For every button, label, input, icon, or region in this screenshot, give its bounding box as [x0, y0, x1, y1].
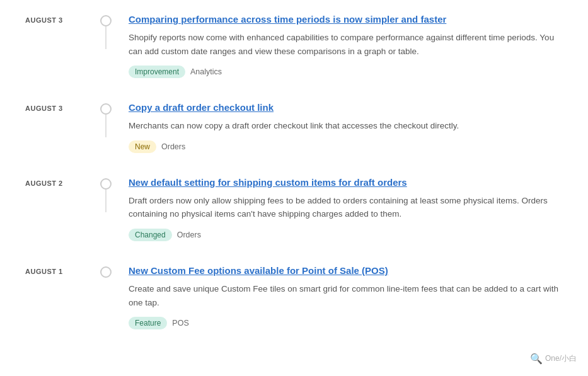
entry-description: Create and save unique Custom Fee tiles …: [129, 282, 563, 309]
entry-content: New default setting for shipping custom …: [117, 176, 563, 241]
timeline-circle: [100, 266, 112, 278]
entry-date: AUGUST 1: [25, 264, 95, 275]
timeline-col: [95, 13, 117, 26]
entry-title[interactable]: New default setting for shipping custom …: [129, 176, 563, 189]
entry-content: New Custom Fee options available for Poi…: [117, 264, 563, 329]
entry-title[interactable]: New Custom Fee options available for Poi…: [129, 264, 563, 277]
watermark: 🔍 One/小白: [530, 353, 577, 365]
timeline-col: [95, 176, 117, 190]
changelog-entry: AUGUST 3 Copy a draft order checkout lin…: [25, 101, 563, 153]
entry-tag-category: POS: [172, 319, 188, 328]
changelog-entry: AUGUST 3 Comparing performance across ti…: [25, 13, 563, 78]
timeline-circle: [100, 15, 112, 26]
entry-tag-type[interactable]: Improvement: [129, 66, 185, 78]
entry-content: Copy a draft order checkout link Merchan…: [117, 101, 563, 153]
entry-tag-type[interactable]: New: [129, 140, 156, 153]
entry-date: AUGUST 2: [25, 176, 95, 187]
timeline-line: [105, 26, 107, 49]
entry-tags: Improvement Analytics: [129, 66, 563, 78]
changelog-entry: AUGUST 2 New default setting for shippin…: [25, 176, 563, 241]
entry-tag-type[interactable]: Feature: [129, 317, 167, 329]
entry-date: AUGUST 3: [25, 13, 95, 24]
entry-content: Comparing performance across time period…: [117, 13, 563, 78]
entry-description: Merchants can now copy a draft order che…: [129, 119, 563, 133]
entry-description: Shopify reports now come with enhanced c…: [129, 31, 563, 58]
entry-tags: Feature POS: [129, 317, 563, 329]
changelog-entry: AUGUST 1 New Custom Fee options availabl…: [25, 264, 563, 329]
entry-tag-type[interactable]: Changed: [129, 229, 172, 241]
watermark-text: One/小白: [545, 353, 577, 364]
entry-tag-category: Orders: [177, 231, 201, 239]
entry-tag-category: Orders: [161, 142, 185, 151]
entry-title[interactable]: Comparing performance across time period…: [129, 13, 563, 26]
timeline-circle: [100, 178, 112, 190]
entry-tags: Changed Orders: [129, 229, 563, 241]
entry-tag-category: Analytics: [190, 67, 222, 76]
timeline-col: [95, 101, 117, 115]
entry-tags: New Orders: [129, 140, 563, 153]
timeline-col: [95, 264, 117, 278]
changelog-container: AUGUST 3 Comparing performance across ti…: [0, 0, 588, 365]
watermark-icon: 🔍: [530, 353, 543, 365]
timeline-circle: [100, 103, 112, 115]
timeline-line: [105, 190, 107, 212]
entry-title[interactable]: Copy a draft order checkout link: [129, 101, 563, 114]
timeline-line: [105, 115, 107, 137]
entry-description: Draft orders now only allow shipping fee…: [129, 194, 563, 221]
entry-date: AUGUST 3: [25, 101, 95, 112]
